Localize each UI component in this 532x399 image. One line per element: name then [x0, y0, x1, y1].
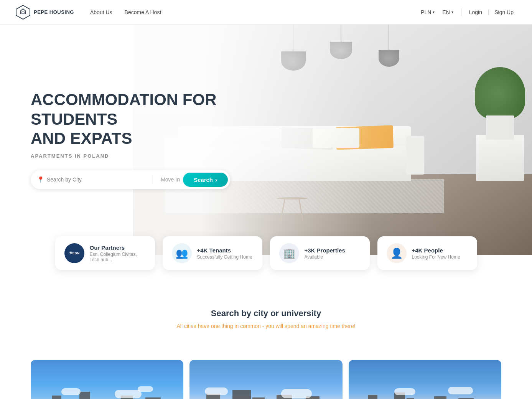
language-dropdown[interactable]: EN ▾	[439, 8, 456, 17]
city-grid	[0, 360, 532, 399]
city-card-2[interactable]	[189, 360, 342, 399]
stat-card-people: 👤 +4K People Looking For New Home	[377, 236, 477, 270]
stat-desc-people: Looking For New Home	[412, 254, 468, 260]
search-button[interactable]: Search ›	[183, 173, 228, 187]
language-label: EN	[442, 9, 450, 15]
nav-about[interactable]: About Us	[86, 8, 117, 17]
hero-subtitle: APARTMENTS IN POLAND	[31, 153, 501, 159]
nav-right: PLN ▾ EN ▾ Login | Sign Up	[418, 8, 517, 17]
city-card-3[interactable]	[349, 360, 501, 399]
signup-button[interactable]: Sign Up	[491, 8, 517, 17]
logo-icon	[15, 5, 31, 20]
svg-rect-1	[22, 12, 24, 14]
search-location: 📍	[37, 176, 148, 183]
city-buildings-3	[349, 384, 501, 399]
stat-title-people: +4K People	[412, 247, 468, 254]
stat-info-tenants: +4K Tenants Successfully Getting Home	[197, 247, 253, 260]
stat-info-people: +4K People Looking For New Home	[412, 247, 468, 260]
stat-info-properties: +3K Properties Available	[305, 247, 361, 260]
move-in-field[interactable]: Move In	[158, 176, 183, 183]
navbar: PEPE HOUSING About Us Become A Host PLN …	[0, 0, 532, 25]
stat-desc-tenants: Successfully Getting Home	[197, 254, 253, 260]
people-icon: 👤	[387, 243, 407, 263]
section-subtitle: All cities have one thing in common - yo…	[31, 323, 501, 329]
stat-desc-properties: Available	[305, 254, 361, 260]
hero-title-line1: ACCOMMODATION FOR STUDENTS	[31, 91, 217, 128]
search-bar-divider	[153, 175, 153, 184]
search-bar: 📍 Move In Search ›	[31, 170, 230, 189]
hero-content: ACCOMMODATION FOR STUDENTS AND EXPATS AP…	[0, 25, 532, 255]
stat-title-partners: Our Partners	[90, 244, 146, 251]
search-city-input[interactable]	[47, 176, 148, 183]
section-title: Search by city or university	[31, 308, 501, 318]
nav-divider	[461, 8, 461, 16]
stat-desc-partners: Esn, Collegium Civitas, Tech hub...	[90, 252, 146, 262]
hero-title-line2: AND EXPATS	[31, 129, 132, 147]
nav-become-host[interactable]: Become A Host	[120, 8, 166, 17]
stat-info-partners: Our Partners Esn, Collegium Civitas, Tec…	[90, 244, 146, 262]
hero-title: ACCOMMODATION FOR STUDENTS AND EXPATS	[31, 90, 245, 148]
stat-card-tenants: 👥 +4K Tenants Successfully Getting Home	[163, 236, 262, 270]
stat-card-properties: 🏢 +3K Properties Available	[270, 236, 370, 270]
tenants-icon: 👥	[172, 243, 192, 263]
nav-links: About Us Become A Host	[86, 8, 418, 17]
city-search-section: Search by city or university All cities …	[0, 285, 532, 360]
language-chevron-icon: ▾	[451, 10, 453, 14]
stat-title-properties: +3K Properties	[305, 247, 361, 254]
stat-title-tenants: +4K Tenants	[197, 247, 253, 254]
location-pin-icon: 📍	[37, 176, 44, 183]
search-button-chevron: ›	[215, 176, 217, 183]
brand-name: PEPE HOUSING	[34, 9, 74, 15]
esn-icon: ✳ ESN	[64, 243, 84, 263]
login-signup-divider: |	[488, 9, 489, 16]
hero-section: ACCOMMODATION FOR STUDENTS AND EXPATS AP…	[0, 25, 532, 255]
logo[interactable]: PEPE HOUSING	[15, 5, 74, 20]
currency-chevron-icon: ▾	[433, 10, 435, 14]
currency-label: PLN	[421, 9, 431, 15]
login-button[interactable]: Login	[466, 8, 485, 17]
search-button-label: Search	[194, 176, 213, 183]
properties-icon: 🏢	[279, 243, 299, 263]
city-card-1[interactable]	[31, 360, 183, 399]
currency-dropdown[interactable]: PLN ▾	[418, 8, 438, 17]
stats-row: ✳ ESN Our Partners Esn, Collegium Civita…	[0, 236, 532, 285]
stat-card-partners: ✳ ESN Our Partners Esn, Collegium Civita…	[55, 236, 155, 270]
svg-marker-0	[16, 5, 30, 19]
city-buildings-1	[31, 384, 183, 399]
city-buildings-2	[189, 384, 342, 399]
